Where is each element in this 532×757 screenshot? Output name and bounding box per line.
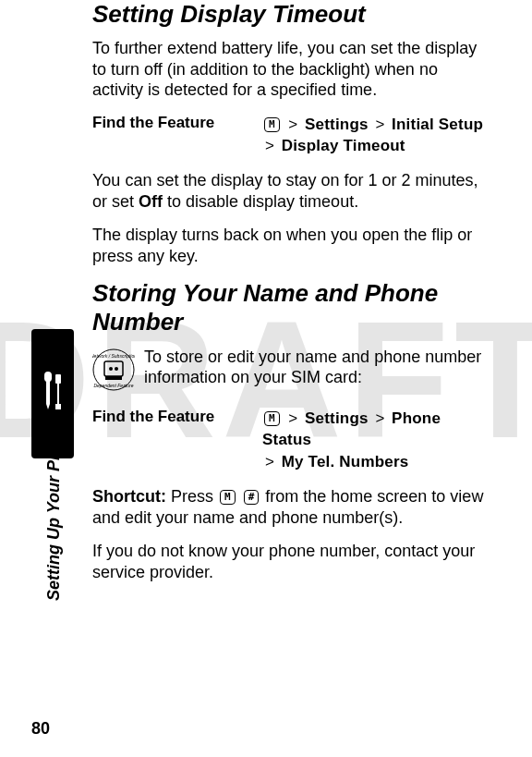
svg-point-7 bbox=[109, 367, 113, 371]
page-content: Setting Display Timeout To further exten… bbox=[92, 0, 486, 595]
section1-para1: To further extend battery life, you can … bbox=[92, 38, 486, 101]
hash-key-icon: # bbox=[244, 490, 260, 505]
feature-path-1: M > Settings > Initial Setup > Display T… bbox=[262, 114, 486, 158]
section1-para2: You can set the display to stay on for 1… bbox=[92, 170, 486, 212]
path-initial-setup: Initial Setup bbox=[392, 116, 483, 133]
wrench-screwdriver-icon bbox=[39, 372, 66, 416]
side-caption: Setting Up Your Phone bbox=[44, 421, 64, 601]
path-sep: > bbox=[375, 116, 384, 133]
feature-path-2: M > Settings > Phone Status > My Tel. Nu… bbox=[262, 408, 486, 473]
menu-key-icon: M bbox=[264, 117, 280, 132]
shortcut-pre: Press bbox=[166, 487, 218, 506]
menu-key-icon: M bbox=[264, 411, 280, 426]
section1-title: Setting Display Timeout bbox=[92, 0, 486, 29]
svg-rect-9 bbox=[105, 376, 122, 380]
svg-rect-6 bbox=[104, 361, 123, 376]
find-feature-row-2: Find the Feature M > Settings > Phone St… bbox=[92, 408, 486, 473]
svg-rect-1 bbox=[57, 384, 59, 404]
svg-rect-0 bbox=[55, 374, 61, 384]
path-my-tel-numbers: My Tel. Numbers bbox=[282, 453, 409, 470]
svg-text:Dependent Feature: Dependent Feature bbox=[93, 383, 133, 388]
find-feature-label: Find the Feature bbox=[92, 408, 240, 473]
path-sep: > bbox=[288, 409, 297, 427]
section1-para3: The display turns back on when you open … bbox=[92, 225, 486, 266]
section2-para4: If you do not know your phone number, co… bbox=[92, 541, 486, 582]
menu-key-icon: M bbox=[220, 490, 236, 505]
path-settings: Settings bbox=[305, 116, 369, 133]
find-feature-label: Find the Feature bbox=[92, 114, 240, 158]
path-settings: Settings bbox=[305, 409, 369, 427]
path-sep: > bbox=[265, 137, 274, 154]
section2-title: Storing Your Name and Phone Number bbox=[92, 279, 486, 336]
path-display-timeout: Display Timeout bbox=[282, 137, 405, 154]
shortcut-label: Shortcut: bbox=[92, 487, 166, 506]
path-sep: > bbox=[265, 453, 274, 470]
para2-post: to disable display timeout. bbox=[163, 192, 358, 211]
svg-rect-2 bbox=[55, 404, 61, 409]
path-sep: > bbox=[288, 116, 297, 133]
svg-text:Network / Subscription: Network / Subscription bbox=[92, 353, 135, 359]
shortcut-para: Shortcut: Press M # from the home screen… bbox=[92, 486, 486, 528]
svg-point-8 bbox=[115, 367, 118, 371]
path-sep: > bbox=[375, 409, 384, 427]
find-feature-row-1: Find the Feature M > Settings > Initial … bbox=[92, 114, 486, 158]
sim-dependent-icon: Network / Subscription Dependent Feature bbox=[92, 348, 135, 395]
sim-note-text: To store or edit your name and phone num… bbox=[144, 347, 486, 388]
off-word: Off bbox=[139, 192, 163, 211]
page-number: 80 bbox=[31, 719, 50, 739]
sim-note-row: Network / Subscription Dependent Feature… bbox=[92, 347, 486, 395]
